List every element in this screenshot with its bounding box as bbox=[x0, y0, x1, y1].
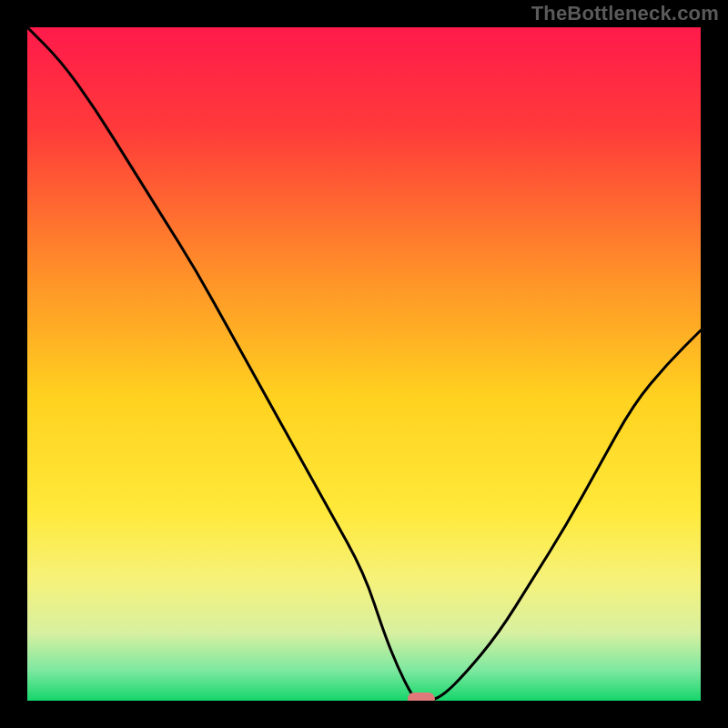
watermark-text: TheBottleneck.com bbox=[531, 2, 719, 25]
plot-area bbox=[27, 27, 701, 701]
gradient-background bbox=[27, 27, 701, 701]
chart-svg bbox=[27, 27, 701, 701]
optimal-marker bbox=[408, 693, 435, 701]
chart-frame: TheBottleneck.com bbox=[0, 0, 728, 728]
